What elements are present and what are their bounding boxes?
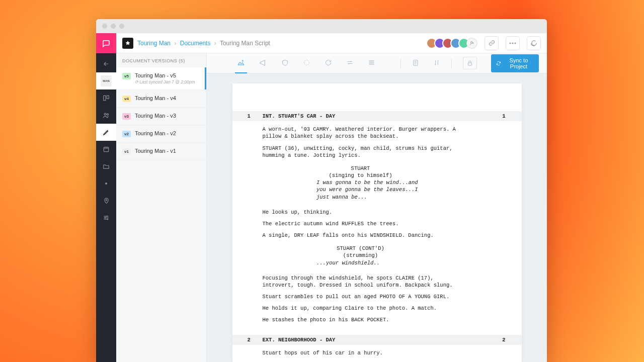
- tool-notes-icon[interactable]: [412, 59, 419, 68]
- svg-point-10: [471, 41, 472, 43]
- breadcrumb-sep: ›: [214, 40, 216, 47]
- svg-point-11: [510, 42, 511, 44]
- action-line[interactable]: Focusing through the windshield, he spot…: [263, 275, 459, 289]
- app-window: MAN: [96, 19, 547, 362]
- svg-point-2: [104, 113, 106, 115]
- character-cue[interactable]: STUART: [263, 165, 459, 172]
- more-button[interactable]: [506, 36, 520, 50]
- nav-dot-icon[interactable]: [96, 175, 116, 192]
- version-item[interactable]: v5 Touring Man - v5 ⟳ Last synced Jan 7 …: [116, 67, 206, 90]
- svg-point-13: [515, 42, 516, 44]
- editor-toolbar: Sync to Project: [207, 53, 547, 73]
- nav-edit-icon[interactable]: [96, 124, 116, 141]
- sync-button[interactable]: Sync to Project: [491, 54, 539, 72]
- version-badge: v4: [122, 96, 131, 102]
- versions-header: DOCUMENT VERSIONS (5): [116, 53, 206, 67]
- comments-button[interactable]: [527, 36, 541, 50]
- action-line[interactable]: Stuart hops out of his car in a hurry.: [263, 349, 459, 356]
- svg-point-12: [512, 42, 514, 44]
- tool-comment-icon[interactable]: [325, 59, 332, 67]
- version-item[interactable]: v2 Touring Man - v2: [116, 125, 206, 143]
- add-collaborator-button[interactable]: [466, 38, 477, 49]
- sync-button-label: Sync to Project: [504, 57, 534, 69]
- scene-number-right: 2: [502, 336, 505, 343]
- breadcrumb-project[interactable]: Touring Man: [137, 40, 171, 47]
- nav-calendar-icon[interactable]: [96, 141, 116, 158]
- action-line[interactable]: He looks up, thinking.: [263, 209, 459, 216]
- tool-sort-icon[interactable]: [433, 59, 440, 67]
- svg-rect-0: [104, 96, 106, 100]
- window-close-dot[interactable]: [102, 24, 107, 29]
- action-line[interactable]: A single, DRY LEAF falls onto his WINDSH…: [263, 232, 459, 239]
- nav-boards-icon[interactable]: [96, 89, 116, 107]
- scene-heading[interactable]: 1 INT. STUART'S CAR - DAY 1: [232, 111, 522, 121]
- svg-rect-17: [468, 63, 472, 65]
- tool-circle-icon[interactable]: [303, 59, 310, 67]
- version-title: Touring Man - v1: [135, 148, 176, 154]
- window-max-dot[interactable]: [119, 24, 124, 29]
- svg-rect-1: [107, 96, 109, 99]
- nav-location-icon[interactable]: [96, 192, 116, 209]
- script-page: 1 INT. STUART'S CAR - DAY 1 A worn-out, …: [232, 83, 522, 362]
- dialogue-line[interactable]: ...your windshield..: [316, 259, 447, 266]
- breadcrumb-section[interactable]: Documents: [180, 40, 211, 47]
- svg-point-8: [105, 217, 106, 218]
- nav-sliders-icon[interactable]: [96, 209, 116, 226]
- svg-rect-4: [104, 147, 108, 152]
- collaborator-avatars: [429, 38, 477, 49]
- tool-align-icon[interactable]: [368, 59, 375, 67]
- svg-point-5: [105, 183, 107, 185]
- parenthetical[interactable]: (strumming): [263, 252, 459, 259]
- scene-number-right: 1: [502, 113, 505, 120]
- link-button[interactable]: [485, 36, 499, 50]
- version-title: Touring Man - v5: [135, 72, 195, 78]
- scene-heading-text: EXT. NEIGHBORHOOD - DAY: [263, 337, 336, 343]
- dialogue-line[interactable]: you were gonna be the leaves...I: [316, 186, 447, 193]
- svg-point-6: [106, 199, 107, 201]
- action-line[interactable]: A worn-out, '93 CAMRY. Weathered interio…: [263, 126, 459, 140]
- version-item[interactable]: v4 Touring Man - v4: [116, 90, 206, 108]
- scene-number-left: 2: [248, 336, 251, 343]
- action-line[interactable]: STUART (36), unwitting, cocky, man child…: [263, 145, 459, 159]
- version-title: Touring Man - v4: [135, 95, 176, 101]
- tool-shield-icon[interactable]: [281, 59, 289, 68]
- version-item[interactable]: v3 Touring Man - v3: [116, 108, 206, 125]
- editor-canvas[interactable]: 1 INT. STUART'S CAR - DAY 1 A worn-out, …: [207, 73, 547, 362]
- svg-point-3: [107, 114, 108, 115]
- svg-point-15: [304, 60, 309, 65]
- nav-project-thumb[interactable]: MAN: [96, 72, 116, 89]
- tool-transfer-icon[interactable]: [346, 59, 354, 67]
- tool-announce-icon[interactable]: [259, 59, 267, 68]
- version-title: Touring Man - v2: [135, 130, 176, 136]
- dialogue-line[interactable]: I was gonna to be the wind...and: [316, 179, 447, 186]
- parenthetical[interactable]: (singing to himself): [263, 172, 459, 179]
- scene-number-left: 1: [248, 113, 251, 120]
- top-bar: Touring Man › Documents › Touring Man Sc…: [116, 33, 547, 53]
- app-logo[interactable]: [96, 33, 116, 53]
- tool-scene-icon[interactable]: [237, 59, 245, 68]
- tool-lock-icon[interactable]: [463, 57, 477, 69]
- action-line[interactable]: The electric autumn wind RUFFLES the tre…: [263, 220, 459, 227]
- nav-back[interactable]: [96, 55, 116, 72]
- nav-rail: MAN: [96, 33, 116, 362]
- character-cue[interactable]: STUART (CONT'D): [263, 245, 459, 252]
- nav-folder-icon[interactable]: [96, 158, 116, 175]
- breadcrumb-document: Touring Man Script: [220, 40, 270, 47]
- project-badge[interactable]: [122, 38, 133, 49]
- scene-heading[interactable]: 2 EXT. NEIGHBORHOOD - DAY 2: [232, 335, 522, 345]
- window-min-dot[interactable]: [111, 24, 116, 29]
- breadcrumb: Touring Man › Documents › Touring Man Sc…: [137, 40, 270, 47]
- svg-point-14: [243, 60, 244, 61]
- action-line[interactable]: He holds it up, comparing Claire to the …: [263, 305, 459, 312]
- version-item[interactable]: v1 Touring Man - v1: [116, 143, 206, 160]
- action-line[interactable]: Stuart scrambles to pull out an aged PHO…: [263, 293, 459, 300]
- versions-panel: DOCUMENT VERSIONS (5) v5 Touring Man - v…: [116, 53, 207, 362]
- svg-point-9: [107, 219, 108, 220]
- version-badge: v2: [122, 131, 131, 137]
- version-badge: v1: [122, 148, 131, 155]
- dialogue-line[interactable]: just wanna be...: [316, 194, 447, 201]
- nav-people-icon[interactable]: [96, 107, 116, 124]
- svg-point-7: [107, 216, 108, 217]
- window-titlebar: [96, 19, 547, 33]
- action-line[interactable]: He stashes the photo in his BACK POCKET.: [263, 316, 459, 323]
